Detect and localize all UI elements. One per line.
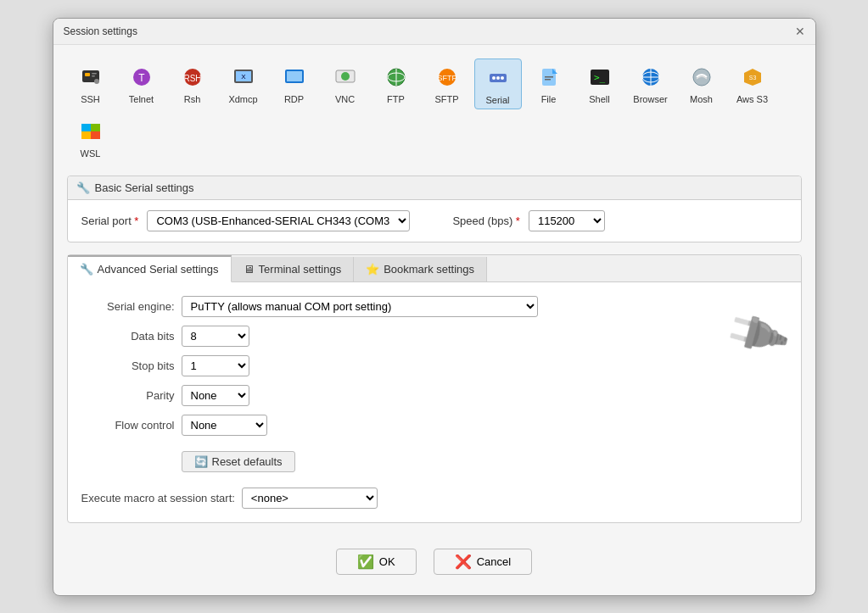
svg-rect-3 xyxy=(92,75,95,77)
flow-control-row: Flow control NoneXON/XOFFRTS/CTS xyxy=(81,415,787,436)
telnet-icon: T xyxy=(126,62,157,92)
tab-bookmark[interactable]: ⭐Bookmark settings xyxy=(354,257,487,281)
serial-port-select[interactable]: COM3 (USB-Enhanced-SERIAL CH343 (COM3 xyxy=(147,210,410,231)
ok-icon: ✅ xyxy=(357,554,374,570)
parity-label: Parity xyxy=(81,389,175,402)
rdp-label: RDP xyxy=(284,94,304,104)
serial-label: Serial xyxy=(485,95,509,105)
button-row: ✅ OK ❌ Cancel xyxy=(67,535,802,582)
ftp-label: FTP xyxy=(387,94,405,104)
cancel-icon: ❌ xyxy=(455,554,472,570)
exec-macro-row: Execute macro at session start: <none> xyxy=(81,488,787,509)
awss3-icon: S3 xyxy=(737,62,768,92)
svg-rect-39 xyxy=(81,124,91,131)
titlebar: Session settings ✕ xyxy=(53,19,815,45)
toolbar-item-rdp[interactable]: RDP xyxy=(271,59,318,108)
sftp-label: SFTP xyxy=(434,94,458,104)
reset-row: 🔄 Reset defaults xyxy=(182,448,787,472)
ftp-icon xyxy=(381,62,412,92)
ok-label: OK xyxy=(379,555,395,568)
serial-port-label: Serial port xyxy=(81,215,139,227)
bookmark-tab-icon: ⭐ xyxy=(366,263,379,276)
basic-serial-section: 🔧 Basic Serial settings Serial port COM3… xyxy=(67,176,802,242)
toolbar-item-serial[interactable]: Serial xyxy=(474,59,522,109)
svg-text:X: X xyxy=(241,73,246,81)
engine-select[interactable]: PuTTY (allows manual COM port setting) xyxy=(182,296,538,317)
shell-icon: >_ xyxy=(585,62,615,92)
toolbar-item-ssh[interactable]: SSH xyxy=(67,59,115,108)
speed-select[interactable]: 9600192003840057600115200230400 xyxy=(529,210,605,231)
svg-text:SFTP: SFTP xyxy=(437,74,456,82)
sftp-icon: SFTP xyxy=(432,62,462,92)
toolbar-item-mosh[interactable]: Mosh xyxy=(678,59,725,108)
wsl-icon xyxy=(76,116,106,147)
svg-text:T: T xyxy=(138,72,145,84)
svg-text:>_: >_ xyxy=(594,72,606,83)
basic-section-body: Serial port COM3 (USB-Enhanced-SERIAL CH… xyxy=(68,200,801,242)
advanced-tab-icon: 🔧 xyxy=(80,263,93,276)
svg-point-15 xyxy=(341,72,350,81)
toolbar-item-rsh[interactable]: RSHRsh xyxy=(169,59,216,108)
parity-select[interactable]: NoneEvenOddMarkSpace xyxy=(182,385,249,406)
browser-label: Browser xyxy=(633,94,667,104)
toolbar-item-awss3[interactable]: S3Aws S3 xyxy=(729,59,776,108)
bookmark-tab-label: Bookmark settings xyxy=(384,263,474,276)
basic-form-row: Serial port COM3 (USB-Enhanced-SERIAL CH… xyxy=(81,210,787,231)
svg-rect-13 xyxy=(287,71,302,81)
toolbar-item-vnc[interactable]: VNC xyxy=(322,59,369,108)
reset-defaults-button[interactable]: 🔄 Reset defaults xyxy=(182,451,295,472)
toolbar-item-telnet[interactable]: TTelnet xyxy=(118,59,165,108)
advanced-tab-label: Advanced Serial settings xyxy=(98,263,219,276)
browser-icon xyxy=(636,62,666,92)
stop-bits-select[interactable]: 11.52 xyxy=(182,355,249,376)
svg-point-24 xyxy=(501,76,504,80)
svg-text:S3: S3 xyxy=(748,75,756,81)
basic-section-icon: 🔧 xyxy=(76,181,90,194)
terminal-tab-icon: 🖥 xyxy=(244,263,255,276)
stop-bits-row: Stop bits 11.52 xyxy=(81,355,787,376)
mosh-icon xyxy=(686,62,717,92)
svg-point-35 xyxy=(693,69,710,86)
advanced-body: Serial engine: PuTTY (allows manual COM … xyxy=(68,282,801,522)
rdp-icon xyxy=(279,62,310,92)
exec-macro-label: Execute macro at session start: xyxy=(81,492,235,504)
toolbar-item-shell[interactable]: >_Shell xyxy=(576,59,624,108)
cancel-label: Cancel xyxy=(477,555,511,568)
file-label: File xyxy=(541,94,557,104)
serial-icon xyxy=(483,63,513,93)
mosh-label: Mosh xyxy=(690,94,713,104)
vnc-icon xyxy=(330,62,361,92)
svg-rect-1 xyxy=(85,73,90,76)
toolbar-item-browser[interactable]: Browser xyxy=(627,59,675,108)
wsl-label: WSL xyxy=(81,148,101,159)
basic-section-header: 🔧 Basic Serial settings xyxy=(68,176,801,200)
advanced-serial-section: 🔧Advanced Serial settings🖥Terminal setti… xyxy=(67,254,802,523)
basic-section-title: Basic Serial settings xyxy=(95,181,194,194)
toolbar-item-wsl[interactable]: WSL xyxy=(67,113,115,162)
session-settings-window: Session settings ✕ SSHTTelnetRSHRshXXdmc… xyxy=(53,18,816,596)
toolbar-item-file[interactable]: File xyxy=(525,59,573,108)
close-button[interactable]: ✕ xyxy=(795,25,805,37)
data-bits-label: Data bits xyxy=(81,330,175,343)
tabs-header: 🔧Advanced Serial settings🖥Terminal setti… xyxy=(68,255,801,282)
toolbar-item-ftp[interactable]: FTP xyxy=(372,59,420,108)
tab-terminal[interactable]: 🖥Terminal settings xyxy=(232,257,355,281)
svg-rect-41 xyxy=(81,131,91,139)
tab-advanced[interactable]: 🔧Advanced Serial settings xyxy=(68,255,232,282)
ssh-icon xyxy=(76,62,106,92)
exec-macro-select[interactable]: <none> xyxy=(242,488,378,509)
awss3-label: Aws S3 xyxy=(736,94,768,104)
cancel-button[interactable]: ❌ Cancel xyxy=(434,549,532,575)
toolbar-item-sftp[interactable]: SFTPSFTP xyxy=(423,59,471,108)
svg-point-23 xyxy=(496,76,500,80)
toolbar-item-xdmcp[interactable]: XXdmcp xyxy=(220,59,267,108)
svg-rect-27 xyxy=(545,76,553,78)
shell-label: Shell xyxy=(589,94,609,104)
svg-point-22 xyxy=(492,76,496,80)
ok-button[interactable]: ✅ OK xyxy=(336,549,417,575)
flow-control-select[interactable]: NoneXON/XOFFRTS/CTS xyxy=(182,415,267,436)
rsh-label: Rsh xyxy=(184,94,201,104)
svg-rect-2 xyxy=(92,73,97,75)
data-bits-select[interactable]: 5678 xyxy=(182,326,249,347)
parity-row: Parity NoneEvenOddMarkSpace xyxy=(81,385,787,406)
